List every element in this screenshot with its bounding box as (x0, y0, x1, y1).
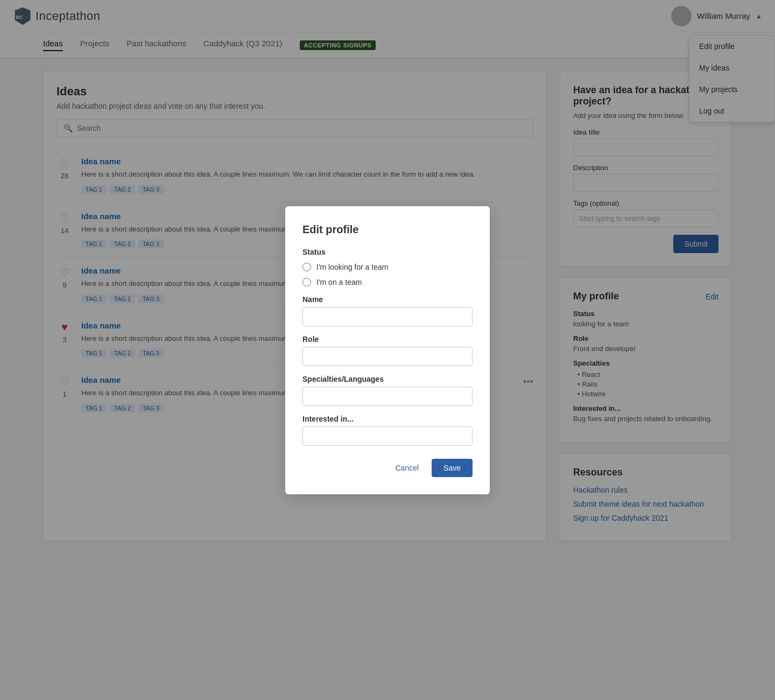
modal-title: Edit profile (302, 223, 473, 236)
cancel-button[interactable]: Cancel (389, 459, 425, 477)
modal-status-label: Status (302, 248, 473, 256)
modal-role-label: Role (302, 335, 473, 344)
radio-looking-label: I'm looking for a team (316, 263, 388, 271)
edit-profile-modal: Edit profile Status I'm looking for a te… (285, 206, 490, 494)
radio-on-team-input[interactable] (302, 278, 311, 286)
modal-name-label: Name (302, 295, 473, 304)
modal-overlay[interactable]: Edit profile Status I'm looking for a te… (0, 0, 775, 554)
radio-on-team[interactable]: I'm on a team (302, 278, 473, 286)
modal-interested-label: Interested in... (302, 415, 473, 423)
radio-looking-for-team[interactable]: I'm looking for a team (302, 263, 473, 271)
radio-looking-input[interactable] (302, 263, 311, 271)
modal-role-input[interactable] (302, 347, 473, 366)
modal-specialties-input[interactable] (302, 387, 473, 406)
modal-interested-input[interactable] (302, 426, 473, 446)
save-button[interactable]: Save (432, 459, 473, 477)
modal-specialties-label: Specialties/Languages (302, 375, 473, 383)
modal-name-input[interactable] (302, 307, 473, 326)
radio-on-team-label: I'm on a team (316, 278, 362, 286)
modal-actions: Cancel Save (302, 459, 473, 477)
